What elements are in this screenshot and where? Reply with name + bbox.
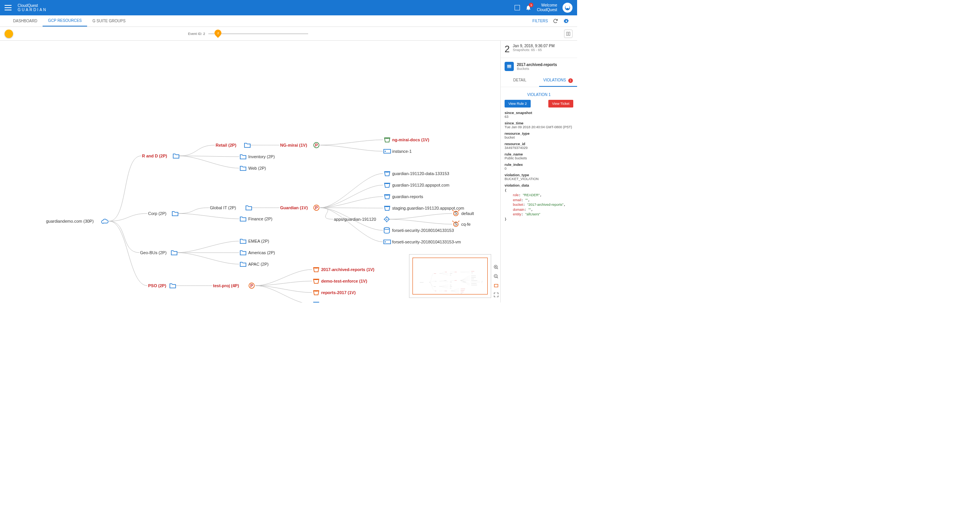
svg-rect-89: [507, 65, 511, 66]
svg-point-33: [386, 219, 388, 220]
tree-node[interactable]: Americas (2P): [240, 250, 275, 255]
tree-node[interactable]: apps/guardian-191120: [334, 216, 390, 222]
svg-text:guardian-reports: guardian-reports: [392, 194, 423, 199]
svg-text:Global IT (2P): Global IT (2P): [210, 205, 236, 210]
user-avatar[interactable]: [563, 3, 572, 13]
tree-node[interactable]: Retail (2P): [216, 143, 250, 147]
snapshot-header: 2 Jan 9, 2018, 9:36:07 PM Snapshots: 65 …: [501, 41, 577, 58]
svg-rect-91: [507, 68, 511, 68]
tree-node[interactable]: 2017-archived-reports (1V): [313, 267, 375, 272]
svg-text:P: P: [250, 283, 253, 288]
svg-text:apps/guardian-191120: apps/guardian-191120: [334, 217, 376, 222]
tree-node[interactable]: guardian-191120.appspot.com: [384, 183, 449, 187]
resource-type: Buckets: [517, 67, 557, 71]
tree-node[interactable]: PNG-mirai (1V): [280, 142, 319, 148]
svg-rect-1: [569, 32, 570, 35]
tree-node[interactable]: guardian-reports: [384, 194, 423, 199]
svg-text:R and D (2P): R and D (2P): [142, 154, 167, 158]
tab-violations[interactable]: VIOLATIONS 1: [539, 75, 577, 87]
svg-text:forseti-security-2018010413315: forseti-security-20180104133153: [392, 228, 454, 233]
view-toggle-icon[interactable]: [564, 30, 572, 38]
resource-tree-canvas[interactable]: guardiandemo.com (30P)R and D (2P)Corp (…: [0, 41, 500, 303]
tree-node[interactable]: PSO (2P): [148, 283, 176, 288]
svg-text:Retail (2P): Retail (2P): [216, 143, 236, 147]
svg-text:EMEA (2P): EMEA (2P): [248, 239, 269, 243]
svg-rect-88: [494, 284, 498, 287]
tree-node[interactable]: Ptest-proj (4P): [213, 283, 254, 288]
svg-text:Americas (2P): Americas (2P): [248, 250, 275, 255]
tree-node[interactable]: Scq-fe: [452, 221, 470, 227]
svg-text:reports-2017 (1V): reports-2017 (1V): [321, 290, 356, 295]
tree-node[interactable]: EMEA (2P): [240, 239, 269, 243]
nav-tabs: DASHBOARD GCP RESOURCES G SUITE GROUPS F…: [0, 15, 577, 27]
fullscreen-icon[interactable]: [515, 5, 520, 10]
tree-node[interactable]: reports-2017 (1V): [313, 290, 356, 295]
tree-node[interactable]: PGuardian (1V): [280, 205, 319, 210]
notifications-icon[interactable]: 3: [525, 5, 531, 11]
svg-text:default: default: [461, 211, 474, 216]
svg-text:forseti-security-2018010413315: forseti-security-20180104133153-vm: [392, 240, 461, 244]
fit-icon[interactable]: [493, 283, 499, 289]
tree-node[interactable]: guardian-191120-data-133153: [384, 171, 449, 176]
tree-node[interactable]: Sdefault: [452, 210, 474, 216]
svg-text:PSO (2P): PSO (2P): [148, 283, 166, 288]
svg-point-26: [385, 151, 386, 152]
svg-text:P: P: [315, 143, 318, 147]
tree-node[interactable]: cq-reports: [313, 302, 340, 303]
minimap[interactable]: [409, 254, 491, 298]
svg-text:instance-1: instance-1: [392, 149, 412, 154]
tree-node[interactable]: Corp (2P): [148, 211, 178, 216]
svg-text:guardian-191120.appspot.com: guardian-191120.appspot.com: [392, 183, 449, 187]
tab-gcp-resources[interactable]: GCP RESOURCES: [43, 15, 87, 26]
menu-icon[interactable]: [5, 5, 12, 10]
svg-text:cq-reports: cq-reports: [321, 302, 340, 303]
tree-node[interactable]: staging.guardian-191120.appspot.com: [384, 206, 464, 210]
svg-text:S: S: [454, 211, 457, 215]
zoom-in-icon[interactable]: [493, 264, 499, 270]
tab-dashboard[interactable]: DASHBOARD: [8, 15, 43, 26]
tree-node[interactable]: Web (2P): [240, 166, 266, 170]
tree-node[interactable]: demo-test-enforce (1V): [313, 279, 367, 283]
view-ticket-button[interactable]: View Ticket: [548, 100, 573, 108]
tab-gsuite-groups[interactable]: G SUITE GROUPS: [87, 15, 131, 26]
refresh-icon[interactable]: [553, 18, 559, 24]
tree-node[interactable]: ng-mirai-docs (1V): [384, 137, 429, 142]
tree-node[interactable]: forseti-security-20180104133153: [384, 228, 454, 233]
slider-track[interactable]: 2: [208, 33, 308, 34]
app-logo: CloudQuest GUARDIAN: [18, 3, 47, 12]
snapshot-number: 2: [505, 44, 510, 55]
view-rule-button[interactable]: View Rule 2: [505, 100, 531, 108]
tree-node[interactable]: Geo-BUs (2P): [140, 250, 177, 255]
event-label: Event ID: 2: [188, 32, 205, 36]
svg-text:ng-mirai-docs (1V): ng-mirai-docs (1V): [392, 137, 429, 142]
zoom-out-icon[interactable]: [493, 273, 499, 280]
expand-icon[interactable]: [493, 292, 499, 298]
violation-data-json: { role: "READER", email: "", bucket: "20…: [505, 188, 573, 222]
tree-node[interactable]: Global IT (2P): [210, 205, 252, 210]
tree-node[interactable]: forseti-security-20180104133153-vm: [384, 240, 461, 244]
tree-node[interactable]: R and D (2P): [142, 154, 179, 158]
svg-text:Geo-BUs (2P): Geo-BUs (2P): [140, 250, 167, 255]
tab-detail[interactable]: DETAIL: [501, 75, 539, 87]
tree-node[interactable]: Finance (2P): [240, 217, 272, 221]
app-header: CloudQuest GUARDIAN 3 Welcome CloudQuest: [0, 0, 577, 15]
details-sidebar: 2 Jan 9, 2018, 9:36:07 PM Snapshots: 65 …: [500, 41, 577, 303]
tree-root[interactable]: guardiandemo.com (30P): [46, 219, 108, 223]
violation-body: VIOLATION 1 View Rule 2 View Ticket sinc…: [501, 87, 577, 227]
tree-node[interactable]: instance-1: [384, 149, 412, 154]
svg-point-38: [385, 241, 386, 243]
settings-icon[interactable]: [563, 18, 569, 24]
event-slider: Event ID: 2 2: [188, 32, 308, 36]
svg-text:Inventory (2P): Inventory (2P): [248, 154, 275, 159]
filters-button[interactable]: FILTERS: [533, 19, 548, 23]
svg-text:P: P: [315, 205, 318, 210]
svg-text:staging.guardian-191120.appspo: staging.guardian-191120.appspot.com: [392, 206, 464, 210]
detail-tabs: DETAIL VIOLATIONS 1: [501, 75, 577, 87]
tree-node[interactable]: APAC (2P): [240, 262, 269, 266]
slider-knob[interactable]: 2: [213, 28, 223, 38]
zoom-controls: [493, 264, 499, 298]
tree-node[interactable]: Inventory (2P): [240, 154, 275, 159]
notif-badge: 3: [529, 3, 533, 7]
svg-text:guardian-191120-data-133153: guardian-191120-data-133153: [392, 171, 449, 176]
action-fab[interactable]: [5, 30, 13, 38]
